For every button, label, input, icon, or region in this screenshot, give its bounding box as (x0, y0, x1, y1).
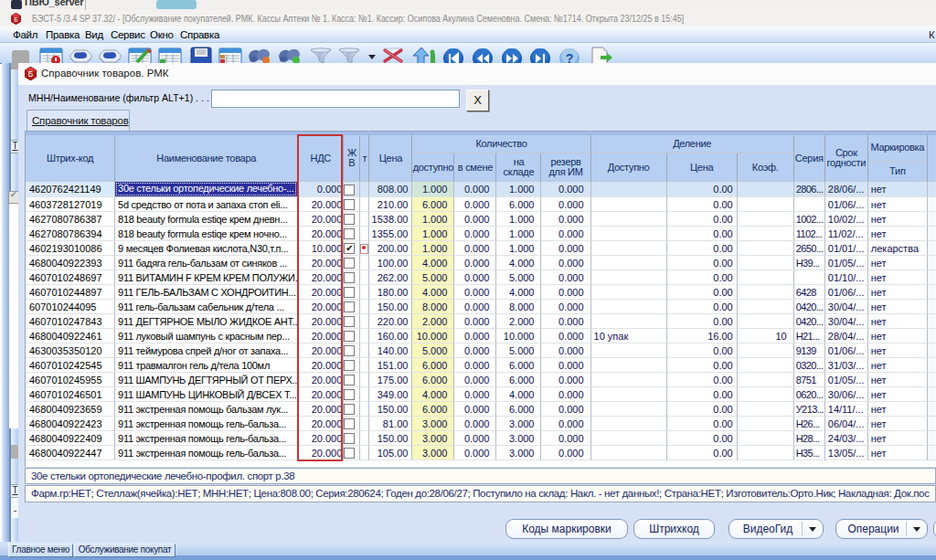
svg-text:Б: Б (14, 16, 18, 23)
svg-text:Б: Б (28, 69, 34, 79)
